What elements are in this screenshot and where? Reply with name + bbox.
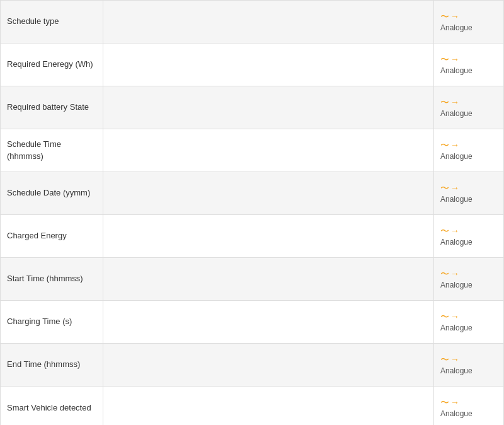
table-row: Schedule type〜→Analogue bbox=[1, 1, 503, 44]
wave-icon: 〜 bbox=[440, 398, 449, 407]
wave-icon: 〜 bbox=[440, 355, 449, 364]
analogue-icons: 〜→ bbox=[440, 55, 459, 64]
cell-middle-smart-vehicle bbox=[103, 387, 434, 425]
analogue-label: Analogue bbox=[440, 281, 472, 289]
cell-analogue-required-energy: 〜→Analogue bbox=[434, 44, 503, 86]
table-row: Smart Vehicle detected〜→Analogue bbox=[1, 387, 503, 425]
cell-middle-schedule-time bbox=[103, 129, 434, 172]
cell-label-end-time: End Time (hhmmss) bbox=[1, 344, 103, 386]
analogue-icons: 〜→ bbox=[440, 141, 459, 149]
analogue-label: Analogue bbox=[440, 323, 472, 332]
data-table: Schedule type〜→AnalogueRequired Eneregy … bbox=[0, 0, 504, 425]
cell-label-required-energy: Required Eneregy (Wh) bbox=[1, 44, 103, 86]
analogue-icons: 〜→ bbox=[440, 269, 459, 278]
wave-icon: 〜 bbox=[440, 98, 449, 107]
analogue-label: Analogue bbox=[440, 23, 472, 32]
arrow-icon: → bbox=[450, 269, 459, 278]
analogue-icons: 〜→ bbox=[440, 398, 459, 407]
analogue-label: Analogue bbox=[440, 195, 472, 204]
cell-middle-required-battery-state bbox=[103, 86, 434, 129]
analogue-label: Analogue bbox=[440, 409, 472, 418]
table-row: End Time (hhmmss)〜→Analogue bbox=[1, 344, 503, 387]
cell-analogue-schedule-date: 〜→Analogue bbox=[434, 172, 503, 214]
cell-label-required-battery-state: Required battery State bbox=[1, 86, 103, 129]
arrow-icon: → bbox=[450, 141, 459, 149]
cell-middle-schedule-date bbox=[103, 172, 434, 214]
wave-icon: 〜 bbox=[440, 183, 449, 192]
table-row: Charged Energy〜→Analogue bbox=[1, 215, 503, 258]
table-row: Schedule Time (hhmmss)〜→Analogue bbox=[1, 129, 503, 172]
cell-analogue-charged-energy: 〜→Analogue bbox=[434, 215, 503, 257]
cell-middle-charged-energy bbox=[103, 215, 434, 257]
arrow-icon: → bbox=[450, 12, 459, 21]
cell-analogue-schedule-type: 〜→Analogue bbox=[434, 1, 503, 43]
analogue-icons: 〜→ bbox=[440, 183, 459, 192]
analogue-label: Analogue bbox=[440, 366, 472, 375]
arrow-icon: → bbox=[450, 55, 459, 64]
analogue-label: Analogue bbox=[440, 152, 472, 161]
arrow-icon: → bbox=[450, 355, 459, 364]
table-row: Charging Time (s)〜→Analogue bbox=[1, 301, 503, 344]
analogue-label: Analogue bbox=[440, 66, 472, 75]
table-row: Required Eneregy (Wh)〜→Analogue bbox=[1, 44, 503, 86]
analogue-icons: 〜→ bbox=[440, 226, 459, 235]
cell-analogue-required-battery-state: 〜→Analogue bbox=[434, 86, 503, 129]
wave-icon: 〜 bbox=[440, 269, 449, 278]
cell-analogue-end-time: 〜→Analogue bbox=[434, 344, 503, 386]
wave-icon: 〜 bbox=[440, 226, 449, 235]
cell-analogue-schedule-time: 〜→Analogue bbox=[434, 129, 503, 172]
cell-label-charged-energy: Charged Energy bbox=[1, 215, 103, 257]
cell-analogue-smart-vehicle: 〜→Analogue bbox=[434, 387, 503, 425]
table-row: Required battery State〜→Analogue bbox=[1, 86, 503, 129]
analogue-icons: 〜→ bbox=[440, 98, 459, 107]
cell-label-smart-vehicle: Smart Vehicle detected bbox=[1, 387, 103, 425]
arrow-icon: → bbox=[450, 226, 459, 235]
cell-label-schedule-type: Schedule type bbox=[1, 1, 103, 43]
wave-icon: 〜 bbox=[440, 12, 449, 21]
analogue-label: Analogue bbox=[440, 109, 472, 118]
cell-middle-required-energy bbox=[103, 44, 434, 86]
cell-label-schedule-date: Schedule Date (yymm) bbox=[1, 172, 103, 214]
wave-icon: 〜 bbox=[440, 312, 449, 321]
cell-label-schedule-time: Schedule Time (hhmmss) bbox=[1, 129, 103, 172]
analogue-icons: 〜→ bbox=[440, 355, 459, 364]
cell-middle-start-time bbox=[103, 258, 434, 300]
wave-icon: 〜 bbox=[440, 141, 449, 149]
arrow-icon: → bbox=[450, 398, 459, 407]
cell-analogue-start-time: 〜→Analogue bbox=[434, 258, 503, 300]
cell-middle-end-time bbox=[103, 344, 434, 386]
cell-middle-charging-time bbox=[103, 301, 434, 343]
arrow-icon: → bbox=[450, 312, 459, 321]
table-row: Schedule Date (yymm)〜→Analogue bbox=[1, 172, 503, 215]
analogue-label: Analogue bbox=[440, 238, 472, 247]
wave-icon: 〜 bbox=[440, 55, 449, 64]
cell-label-start-time: Start Time (hhmmss) bbox=[1, 258, 103, 300]
cell-label-charging-time: Charging Time (s) bbox=[1, 301, 103, 343]
cell-middle-schedule-type bbox=[103, 1, 434, 43]
arrow-icon: → bbox=[450, 183, 459, 192]
analogue-icons: 〜→ bbox=[440, 312, 459, 321]
arrow-icon: → bbox=[450, 98, 459, 107]
analogue-icons: 〜→ bbox=[440, 12, 459, 21]
cell-analogue-charging-time: 〜→Analogue bbox=[434, 301, 503, 343]
table-row: Start Time (hhmmss)〜→Analogue bbox=[1, 258, 503, 301]
